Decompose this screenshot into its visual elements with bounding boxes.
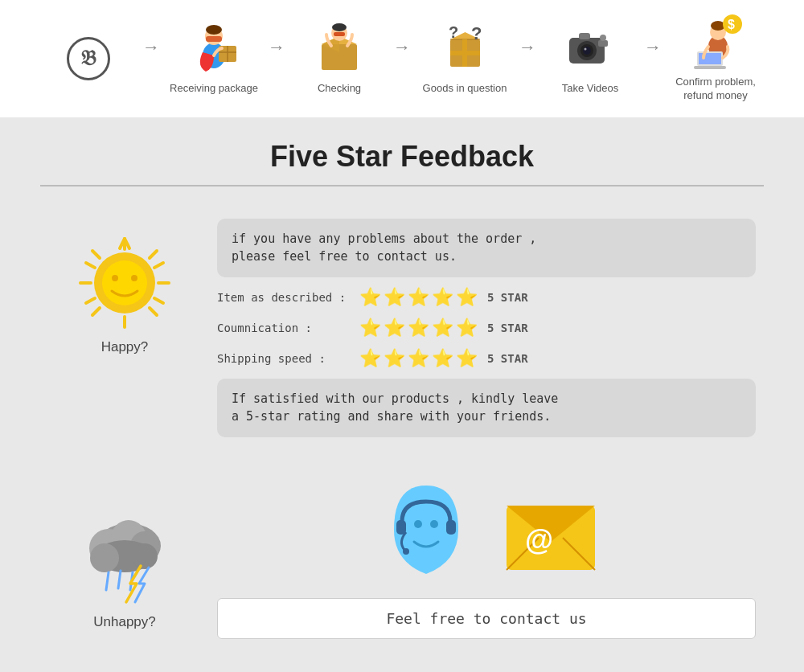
five-star-section: Happy? if you have any problems about th…	[0, 211, 804, 461]
star-panel: if you have any problems about the order…	[217, 219, 756, 437]
process-bar: 𝔅 → Rec	[0, 0, 804, 117]
sun-container: Happy?	[64, 235, 185, 355]
rating-shipping: 5 STAR	[487, 352, 528, 365]
headset-icon	[374, 477, 478, 582]
video-label: Take Videos	[562, 82, 619, 96]
svg-rect-31	[699, 53, 721, 64]
question-label: Goods in question	[423, 82, 507, 96]
svg-text:$: $	[728, 18, 735, 31]
star-row-described: Item as described : ⭐ ⭐ ⭐ ⭐ ⭐ 5 STAR	[217, 287, 756, 308]
sun-icon	[76, 235, 173, 331]
svg-line-45	[154, 263, 163, 268]
process-step-checking: Checking	[287, 21, 392, 96]
arrow-1: →	[142, 37, 160, 58]
rating-communication: 5 STAR	[487, 322, 528, 334]
contact-icons: @	[374, 477, 599, 582]
stars-communication: ⭐ ⭐ ⭐ ⭐ ⭐	[359, 318, 478, 338]
stars-described: ⭐ ⭐ ⭐ ⭐ ⭐	[359, 287, 478, 308]
svg-rect-22	[579, 33, 590, 39]
bubble-bottom: If satisfied with our products , kindly …	[217, 379, 756, 437]
receiving-icon	[186, 21, 242, 77]
svg-line-58	[106, 572, 109, 590]
svg-point-48	[102, 260, 147, 305]
svg-point-9	[332, 23, 347, 31]
process-step-b: 𝔅	[36, 37, 141, 80]
svg-point-62	[430, 520, 438, 528]
svg-rect-23	[598, 40, 608, 47]
process-step-confirm: $ Confirm problem,refund money	[663, 14, 768, 103]
svg-point-65	[403, 548, 409, 555]
svg-line-46	[154, 298, 163, 303]
unhappy-section: Unhappy?	[0, 461, 804, 671]
arrow-2: →	[268, 37, 285, 58]
cloud-label: Unhappy?	[93, 614, 156, 630]
svg-line-39	[150, 251, 157, 258]
svg-point-56	[90, 543, 119, 572]
confirm-label: Confirm problem,refund money	[675, 76, 756, 103]
contact-button[interactable]: Feel free to contact us	[217, 598, 756, 639]
process-step-receiving: Receiving package	[162, 21, 266, 96]
video-icon	[562, 21, 618, 77]
svg-text:?: ?	[471, 23, 482, 43]
checking-label: Checking	[318, 82, 361, 96]
svg-point-57	[132, 543, 158, 569]
svg-rect-6	[206, 36, 222, 42]
cloud-container: Unhappy?	[64, 486, 185, 630]
svg-text:@: @	[525, 523, 553, 556]
confirm-icon: $	[687, 14, 744, 71]
svg-rect-32	[694, 66, 726, 69]
arrow-3: →	[393, 37, 411, 58]
contact-panel: @ Feel free to contact us	[217, 477, 756, 639]
process-step-question: ? ? Goods in question	[412, 21, 517, 96]
process-step-video: Take Videos	[538, 21, 642, 96]
divider	[40, 185, 764, 186]
bubble-top: if you have any problems about the order…	[217, 219, 756, 277]
svg-text:?: ?	[449, 23, 458, 41]
sun-label: Happy?	[101, 339, 149, 355]
svg-line-59	[118, 571, 121, 588]
checking-icon	[311, 21, 367, 77]
svg-rect-10	[334, 32, 345, 36]
svg-point-50	[131, 275, 137, 281]
star-row-shipping: Shipping speed : ⭐ ⭐ ⭐ ⭐ ⭐ 5 STAR	[217, 348, 756, 369]
svg-rect-16	[450, 51, 480, 55]
arrow-5: →	[644, 37, 662, 58]
question-icon: ? ?	[437, 21, 493, 77]
rating-described: 5 STAR	[487, 291, 528, 304]
svg-point-24	[600, 35, 606, 41]
svg-line-38	[150, 308, 157, 315]
stars-shipping: ⭐ ⭐ ⭐ ⭐ ⭐	[359, 348, 478, 369]
svg-point-21	[585, 48, 587, 51]
row-label-described: Item as described :	[217, 291, 350, 304]
receiving-label: Receiving package	[170, 82, 258, 96]
row-label-communication: Coumnication :	[217, 322, 350, 334]
svg-line-40	[92, 308, 100, 315]
row-label-shipping: Shipping speed :	[217, 352, 350, 365]
svg-rect-64	[446, 520, 456, 535]
svg-line-44	[86, 298, 95, 303]
star-row-communication: Coumnication : ⭐ ⭐ ⭐ ⭐ ⭐ 5 STAR	[217, 318, 756, 338]
svg-point-61	[414, 520, 422, 528]
svg-point-20	[583, 47, 591, 55]
cloud-icon	[64, 486, 185, 606]
svg-point-49	[112, 275, 118, 281]
svg-line-43	[86, 263, 95, 268]
email-icon: @	[503, 486, 599, 574]
svg-point-2	[206, 25, 222, 35]
b-icon: 𝔅	[67, 37, 110, 80]
arrow-4: →	[519, 37, 536, 58]
svg-line-37	[92, 251, 100, 258]
section-title: Five Star Feedback	[0, 117, 804, 185]
